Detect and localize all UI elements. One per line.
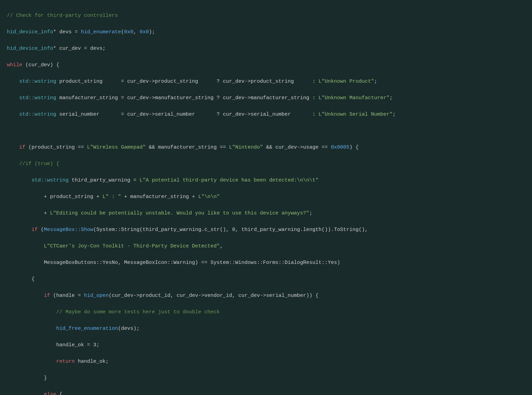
line-12: + product_string + L" : " + manufacturer… bbox=[7, 194, 220, 200]
line-17: { bbox=[7, 276, 35, 282]
line-15: L"CTCaer's Joy-Con Toolkit - Third-Party… bbox=[7, 243, 223, 249]
line-23: } bbox=[7, 375, 47, 381]
line-18: if (handle = hid_open(cur_dev->product_i… bbox=[7, 293, 318, 299]
line-19: // Maybe do some more tests here just to… bbox=[7, 309, 220, 315]
line-4: while (cur_dev) { bbox=[7, 62, 59, 68]
line-13: + L"Editing could be potentially unstabl… bbox=[7, 210, 312, 216]
line-6: std::wstring manufacturer_string = cur_d… bbox=[7, 95, 392, 101]
line-10: //if (true) { bbox=[7, 161, 59, 167]
line-3: hid_device_info* cur_dev = devs; bbox=[7, 46, 106, 51]
line-14: if (MessageBox::Show(System::String(thir… bbox=[7, 227, 368, 233]
line-21: handle_ok = 3; bbox=[7, 342, 99, 348]
line-22: return handle_ok; bbox=[7, 359, 109, 364]
line-5: std::wstring product_string = cur_dev->p… bbox=[7, 79, 377, 84]
line-9: if (product_string == L"Wireless Gamepad… bbox=[7, 144, 359, 150]
line-16: MessageBoxButtons::YesNo, MessageBoxIcon… bbox=[7, 260, 340, 266]
code-editor: // Check for third-party controllers hid… bbox=[7, 3, 525, 395]
line-comment-1: // Check for third-party controllers bbox=[7, 13, 118, 19]
line-24: else { bbox=[7, 392, 62, 395]
line-20: hid_free_enumeration(devs); bbox=[7, 326, 140, 332]
line-2: hid_device_info* devs = hid_enumerate(0x… bbox=[7, 29, 155, 35]
line-11: std::wstring third_party_warning = L"A p… bbox=[7, 177, 318, 183]
line-7: std::wstring serial_number = cur_dev->se… bbox=[7, 112, 396, 117]
